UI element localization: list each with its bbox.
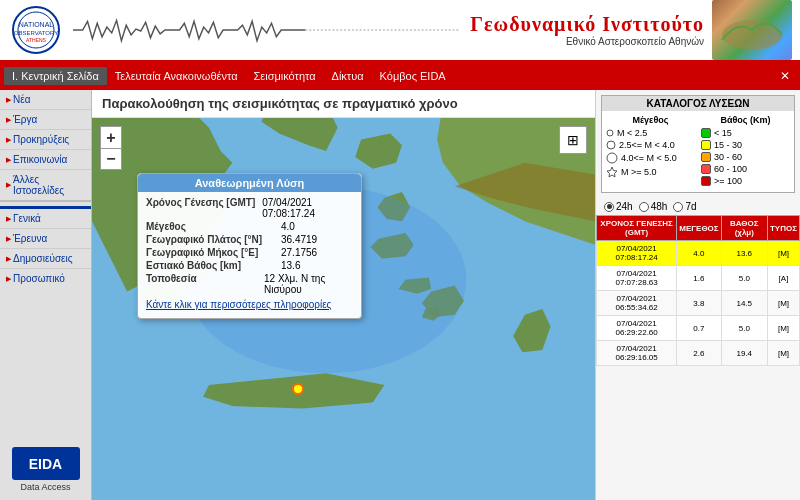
zoom-out-button[interactable]: − bbox=[100, 148, 122, 170]
nav-item-announcements[interactable]: Τελευταία Ανακοινωθέντα bbox=[107, 67, 246, 85]
cell-type-2: [M] bbox=[767, 291, 799, 316]
radio-7d-label: 7d bbox=[685, 201, 696, 212]
popup-value-2: 36.4719 bbox=[281, 234, 317, 245]
institute-sub: Εθνικό Αστεροσκοπείο Αθηνών bbox=[470, 36, 704, 47]
nav-item-networks[interactable]: Δίκτυα bbox=[324, 67, 372, 85]
earthquake-table: ΧΡΟΝΟΣ ΓΕΝΕΣΗΣ (GMT) ΜΕΓΕΘΟΣ ΒΑΘΟΣ (χλμ)… bbox=[596, 215, 800, 366]
header-wave bbox=[63, 13, 470, 48]
sidebar-item-publications[interactable]: ▶Δημοσιεύσεις bbox=[0, 249, 91, 269]
cell-depth-3: 5.0 bbox=[721, 316, 767, 341]
popup-row-1: Μέγεθος 4.0 bbox=[146, 221, 353, 232]
svg-text:ATHENS: ATHENS bbox=[26, 37, 47, 43]
table-row[interactable]: 07/04/2021 06:55:34.62 3.8 14.5 [M] bbox=[597, 291, 800, 316]
popup-label-3: Γεωγραφικό Μήκος [°E] bbox=[146, 247, 281, 258]
radio-48h[interactable]: 48h bbox=[639, 201, 668, 212]
data-access-label: Data Access bbox=[20, 482, 70, 492]
legend-depth-label-1: 15 - 30 bbox=[714, 140, 742, 150]
sidebar-item-contact[interactable]: ▶Επικοινωνία bbox=[0, 150, 91, 170]
earthquake-table-container: ΧΡΟΝΟΣ ΓΕΝΕΣΗΣ (GMT) ΜΕΓΕΘΟΣ ΒΑΘΟΣ (χλμ)… bbox=[596, 215, 800, 500]
map-layer-button[interactable]: ⊞ bbox=[559, 126, 587, 154]
map-popup: Αναθεωρημένη Λύση Χρόνος Γένεσης [GMT] 0… bbox=[137, 173, 362, 319]
header-logo: NATIONAL OBSERVATORY ATHENS bbox=[8, 3, 63, 58]
radio-24h[interactable]: 24h bbox=[604, 201, 633, 212]
popup-label-5: Τοποθεσία bbox=[146, 273, 264, 295]
nav-item-home[interactable]: Ι. Κεντρική Σελίδα bbox=[4, 67, 107, 85]
cell-depth-1: 5.0 bbox=[721, 266, 767, 291]
legend-depth-label-2: 30 - 60 bbox=[714, 152, 742, 162]
legend-depth-col: Βάθος (Km) < 15 15 - 30 30 - 60 bbox=[701, 115, 790, 188]
popup-value-3: 27.1756 bbox=[281, 247, 317, 258]
legend-depth-item-4: >= 100 bbox=[701, 176, 790, 186]
svg-point-10 bbox=[607, 141, 615, 149]
nav-item-seismicity[interactable]: Σεισμικότητα bbox=[245, 67, 323, 85]
sidebar-item-news[interactable]: ▶Νέα bbox=[0, 90, 91, 110]
popup-value-1: 4.0 bbox=[281, 221, 295, 232]
popup-link[interactable]: Κάντε κλικ για περισσότερες πληροφορίες bbox=[146, 299, 353, 310]
sidebar-item-other-sites[interactable]: ▶Άλλες Ιστοσελίδες bbox=[0, 170, 91, 200]
popup-value-0: 07/04/2021 07:08:17.24 bbox=[262, 197, 353, 219]
svg-point-5 bbox=[722, 20, 782, 50]
legend-title: ΚΑΤΑΛΟΓΟΣ ΛΥΣΕΩΝ bbox=[602, 96, 794, 111]
table-row[interactable]: 07/04/2021 07:07:28.63 1.6 5.0 [A] bbox=[597, 266, 800, 291]
main-content: ▶Νέα ▶Έργα ▶Προκηρύξεις ▶Επικοινωνία ▶Άλ… bbox=[0, 90, 800, 500]
radio-7d[interactable]: 7d bbox=[673, 201, 696, 212]
legend-magnitude-title: Μέγεθος bbox=[606, 115, 695, 125]
svg-point-11 bbox=[607, 153, 617, 163]
sidebar-item-research[interactable]: ▶Έρευνα bbox=[0, 229, 91, 249]
legend-depth-title: Βάθος (Km) bbox=[701, 115, 790, 125]
col-header-depth: ΒΑΘΟΣ (χλμ) bbox=[721, 216, 767, 241]
popup-row-3: Γεωγραφικό Μήκος [°E] 27.1756 bbox=[146, 247, 353, 258]
right-panel: ΚΑΤΑΛΟΓΟΣ ΛΥΣΕΩΝ Μέγεθος M < 2.5 2.5<= M… bbox=[595, 90, 800, 500]
cell-type-0: [M] bbox=[767, 241, 799, 266]
table-row[interactable]: 07/04/2021 06:29:22.60 0.7 5.0 [M] bbox=[597, 316, 800, 341]
legend-columns: Μέγεθος M < 2.5 2.5<= M < 4.0 4.0<= M < … bbox=[606, 115, 790, 188]
cell-time-4: 07/04/2021 06:29:16.05 bbox=[597, 341, 677, 366]
table-header-row: ΧΡΟΝΟΣ ΓΕΝΕΣΗΣ (GMT) ΜΕΓΕΘΟΣ ΒΑΘΟΣ (χλμ)… bbox=[597, 216, 800, 241]
legend-depth-item-1: 15 - 30 bbox=[701, 140, 790, 150]
sidebar: ▶Νέα ▶Έργα ▶Προκηρύξεις ▶Επικοινωνία ▶Άλ… bbox=[0, 90, 92, 500]
map-container[interactable]: + − ⊞ Αναθεωρημένη Λύση Χρόνος Γένεσης [… bbox=[92, 118, 595, 500]
header-image bbox=[712, 0, 792, 60]
legend-mag-label-0: M < 2.5 bbox=[617, 128, 647, 138]
col-header-type: ΤΥΠΟΣ bbox=[767, 216, 799, 241]
header-title: Γεωδυναμικό Ινστιτούτο Εθνικό Αστεροσκοπ… bbox=[470, 13, 712, 47]
table-row[interactable]: 07/04/2021 06:29:16.05 2.6 19.4 [M] bbox=[597, 341, 800, 366]
sidebar-item-general[interactable]: ▶Γενικά bbox=[0, 209, 91, 229]
sidebar-top-section: ▶Νέα ▶Έργα ▶Προκηρύξεις ▶Επικοινωνία ▶Άλ… bbox=[0, 90, 91, 202]
legend-depth-label-0: < 15 bbox=[714, 128, 732, 138]
legend-mag-label-3: M >= 5.0 bbox=[621, 167, 657, 177]
nav-close[interactable]: ✕ bbox=[774, 69, 796, 83]
svg-text:NATIONAL: NATIONAL bbox=[18, 21, 53, 28]
col-header-magnitude: ΜΕΓΕΘΟΣ bbox=[677, 216, 721, 241]
legend-depth-label-4: >= 100 bbox=[714, 176, 742, 186]
popup-row-2: Γεωγραφικό Πλάτος [°N] 36.4719 bbox=[146, 234, 353, 245]
sidebar-item-staff[interactable]: ▶Προσωπικό bbox=[0, 269, 91, 288]
sidebar-item-projects[interactable]: ▶Έργα bbox=[0, 110, 91, 130]
popup-value-4: 13.6 bbox=[281, 260, 300, 271]
radio-48h-label: 48h bbox=[651, 201, 668, 212]
popup-label-0: Χρόνος Γένεσης [GMT] bbox=[146, 197, 262, 219]
popup-row-0: Χρόνος Γένεσης [GMT] 07/04/2021 07:08:17… bbox=[146, 197, 353, 219]
sidebar-item-announcements[interactable]: ▶Προκηρύξεις bbox=[0, 130, 91, 150]
cell-type-3: [M] bbox=[767, 316, 799, 341]
cell-time-3: 07/04/2021 06:29:22.60 bbox=[597, 316, 677, 341]
table-row[interactable]: 07/04/2021 07:08:17.24 4.0 13.6 [M] bbox=[597, 241, 800, 266]
cell-magnitude-3: 0.7 bbox=[677, 316, 721, 341]
popup-label-4: Εστιακό Βάθος [km] bbox=[146, 260, 281, 271]
cell-depth-0: 13.6 bbox=[721, 241, 767, 266]
earthquake-marker[interactable] bbox=[292, 383, 304, 395]
svg-point-9 bbox=[607, 130, 613, 136]
legend-depth-label-3: 60 - 100 bbox=[714, 164, 747, 174]
legend-magnitude-col: Μέγεθος M < 2.5 2.5<= M < 4.0 4.0<= M < … bbox=[606, 115, 695, 188]
legend-mag-item-3: M >= 5.0 bbox=[606, 166, 695, 178]
popup-title: Αναθεωρημένη Λύση bbox=[138, 174, 361, 192]
cell-magnitude-2: 3.8 bbox=[677, 291, 721, 316]
radio-24h-label: 24h bbox=[616, 201, 633, 212]
legend-box: ΚΑΤΑΛΟΓΟΣ ΛΥΣΕΩΝ Μέγεθος M < 2.5 2.5<= M… bbox=[601, 95, 795, 193]
nav-item-eida[interactable]: Κόμβος EIDA bbox=[372, 67, 454, 85]
zoom-in-button[interactable]: + bbox=[100, 126, 122, 148]
legend-mag-item-0: M < 2.5 bbox=[606, 128, 695, 138]
popup-label-2: Γεωγραφικό Πλάτος [°N] bbox=[146, 234, 281, 245]
legend-mag-item-1: 2.5<= M < 4.0 bbox=[606, 140, 695, 150]
page-title: Παρακολούθηση της σεισμικότητας σε πραγμ… bbox=[92, 90, 595, 118]
